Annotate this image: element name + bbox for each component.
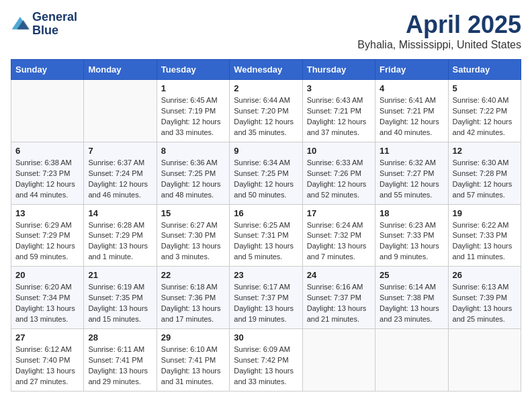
day-info: Sunrise: 6:11 AM Sunset: 7:41 PM Dayligh… [88,345,152,387]
day-number: 26 [453,270,517,280]
weekday-header-tuesday: Tuesday [157,60,229,80]
calendar-cell: 10Sunrise: 6:33 AM Sunset: 7:26 PM Dayli… [302,142,375,204]
day-info: Sunrise: 6:14 AM Sunset: 7:38 PM Dayligh… [380,282,443,325]
day-info: Sunrise: 6:16 AM Sunset: 7:37 PM Dayligh… [307,282,371,325]
logo-line1: General [32,11,77,24]
calendar-cell: 6Sunrise: 6:38 AM Sunset: 7:23 PM Daylig… [11,142,84,204]
day-number: 30 [234,332,298,342]
calendar-cell: 20Sunrise: 6:20 AM Sunset: 7:34 PM Dayli… [11,267,84,329]
calendar-cell: 1Sunrise: 6:45 AM Sunset: 7:19 PM Daylig… [157,80,229,142]
day-number: 8 [161,146,225,156]
day-info: Sunrise: 6:34 AM Sunset: 7:25 PM Dayligh… [234,158,298,201]
calendar-cell: 7Sunrise: 6:37 AM Sunset: 7:24 PM Daylig… [84,142,157,204]
day-number: 2 [234,83,298,93]
day-info: Sunrise: 6:33 AM Sunset: 7:26 PM Dayligh… [307,158,371,201]
weekday-header-thursday: Thursday [302,60,375,80]
calendar-cell [302,329,375,392]
day-number: 24 [307,270,371,280]
day-number: 10 [307,146,371,156]
day-info: Sunrise: 6:37 AM Sunset: 7:24 PM Dayligh… [88,158,152,201]
calendar-cell: 29Sunrise: 6:10 AM Sunset: 7:41 PM Dayli… [157,329,229,392]
calendar-cell: 23Sunrise: 6:17 AM Sunset: 7:37 PM Dayli… [230,267,302,329]
weekday-header-row: SundayMondayTuesdayWednesdayThursdayFrid… [11,60,521,80]
day-number: 17 [307,208,371,218]
day-info: Sunrise: 6:23 AM Sunset: 7:33 PM Dayligh… [380,220,443,263]
weekday-header-wednesday: Wednesday [230,60,302,80]
day-number: 20 [15,270,79,280]
week-row-5: 27Sunrise: 6:12 AM Sunset: 7:40 PM Dayli… [11,329,521,392]
calendar-cell: 2Sunrise: 6:44 AM Sunset: 7:20 PM Daylig… [230,80,302,142]
week-row-2: 6Sunrise: 6:38 AM Sunset: 7:23 PM Daylig… [11,142,521,204]
day-number: 6 [15,146,79,156]
day-number: 1 [161,83,225,93]
day-number: 7 [88,146,152,156]
day-info: Sunrise: 6:29 AM Sunset: 7:29 PM Dayligh… [15,220,79,263]
day-number: 12 [453,146,517,156]
day-info: Sunrise: 6:36 AM Sunset: 7:25 PM Dayligh… [161,158,225,201]
calendar-cell: 28Sunrise: 6:11 AM Sunset: 7:41 PM Dayli… [84,329,157,392]
day-info: Sunrise: 6:38 AM Sunset: 7:23 PM Dayligh… [15,158,79,201]
day-info: Sunrise: 6:18 AM Sunset: 7:36 PM Dayligh… [161,282,225,325]
calendar-cell: 17Sunrise: 6:24 AM Sunset: 7:32 PM Dayli… [302,204,375,267]
weekday-header-monday: Monday [84,60,157,80]
day-number: 22 [161,270,225,280]
calendar-cell: 9Sunrise: 6:34 AM Sunset: 7:25 PM Daylig… [230,142,302,204]
day-info: Sunrise: 6:24 AM Sunset: 7:32 PM Dayligh… [307,220,371,263]
day-number: 29 [161,332,225,342]
day-number: 18 [380,208,443,218]
title-block: April 2025 Byhalia, Mississippi, United … [357,11,521,51]
day-info: Sunrise: 6:43 AM Sunset: 7:21 PM Dayligh… [307,95,371,138]
day-info: Sunrise: 6:32 AM Sunset: 7:27 PM Dayligh… [380,158,443,201]
logo-line2: Blue [32,24,77,38]
day-number: 11 [380,146,443,156]
calendar-cell: 12Sunrise: 6:30 AM Sunset: 7:28 PM Dayli… [448,142,521,204]
day-number: 19 [453,208,517,218]
calendar-cell [84,80,157,142]
day-number: 14 [88,208,152,218]
calendar-cell: 16Sunrise: 6:25 AM Sunset: 7:31 PM Dayli… [230,204,302,267]
day-info: Sunrise: 6:41 AM Sunset: 7:21 PM Dayligh… [380,95,443,138]
day-info: Sunrise: 6:10 AM Sunset: 7:41 PM Dayligh… [161,345,225,387]
day-number: 5 [453,83,517,93]
calendar-cell [11,80,84,142]
day-number: 15 [161,208,225,218]
calendar-cell: 3Sunrise: 6:43 AM Sunset: 7:21 PM Daylig… [302,80,375,142]
day-info: Sunrise: 6:25 AM Sunset: 7:31 PM Dayligh… [234,220,298,263]
calendar-cell: 25Sunrise: 6:14 AM Sunset: 7:38 PM Dayli… [375,267,448,329]
calendar-cell: 19Sunrise: 6:22 AM Sunset: 7:33 PM Dayli… [448,204,521,267]
day-info: Sunrise: 6:27 AM Sunset: 7:30 PM Dayligh… [161,220,225,263]
day-number: 13 [15,208,79,218]
calendar-cell [375,329,448,392]
calendar-cell: 8Sunrise: 6:36 AM Sunset: 7:25 PM Daylig… [157,142,229,204]
day-info: Sunrise: 6:17 AM Sunset: 7:37 PM Dayligh… [234,282,298,325]
day-info: Sunrise: 6:09 AM Sunset: 7:42 PM Dayligh… [234,345,298,387]
week-row-4: 20Sunrise: 6:20 AM Sunset: 7:34 PM Dayli… [11,267,521,329]
day-info: Sunrise: 6:28 AM Sunset: 7:29 PM Dayligh… [88,220,152,263]
day-number: 4 [380,83,443,93]
calendar-cell: 27Sunrise: 6:12 AM Sunset: 7:40 PM Dayli… [11,329,84,392]
calendar-cell: 22Sunrise: 6:18 AM Sunset: 7:36 PM Dayli… [157,267,229,329]
week-row-1: 1Sunrise: 6:45 AM Sunset: 7:19 PM Daylig… [11,80,521,142]
day-number: 27 [15,332,79,342]
day-info: Sunrise: 6:40 AM Sunset: 7:22 PM Dayligh… [453,95,517,138]
calendar-cell: 18Sunrise: 6:23 AM Sunset: 7:33 PM Dayli… [375,204,448,267]
day-info: Sunrise: 6:20 AM Sunset: 7:34 PM Dayligh… [15,282,79,325]
month-title: April 2025 [357,11,521,39]
weekday-header-saturday: Saturday [448,60,521,80]
calendar-cell: 15Sunrise: 6:27 AM Sunset: 7:30 PM Dayli… [157,204,229,267]
day-info: Sunrise: 6:45 AM Sunset: 7:19 PM Dayligh… [161,95,225,138]
day-number: 3 [307,83,371,93]
day-info: Sunrise: 6:19 AM Sunset: 7:35 PM Dayligh… [88,282,152,325]
day-number: 25 [380,270,443,280]
day-info: Sunrise: 6:22 AM Sunset: 7:33 PM Dayligh… [453,220,517,263]
day-number: 28 [88,332,152,342]
day-info: Sunrise: 6:13 AM Sunset: 7:39 PM Dayligh… [453,282,517,325]
calendar-cell: 14Sunrise: 6:28 AM Sunset: 7:29 PM Dayli… [84,204,157,267]
calendar-cell: 13Sunrise: 6:29 AM Sunset: 7:29 PM Dayli… [11,204,84,267]
day-info: Sunrise: 6:44 AM Sunset: 7:20 PM Dayligh… [234,95,298,138]
page-header: General Blue April 2025 Byhalia, Mississ… [11,11,521,51]
calendar-cell: 11Sunrise: 6:32 AM Sunset: 7:27 PM Dayli… [375,142,448,204]
calendar-cell [448,329,521,392]
weekday-header-friday: Friday [375,60,448,80]
day-number: 9 [234,146,298,156]
